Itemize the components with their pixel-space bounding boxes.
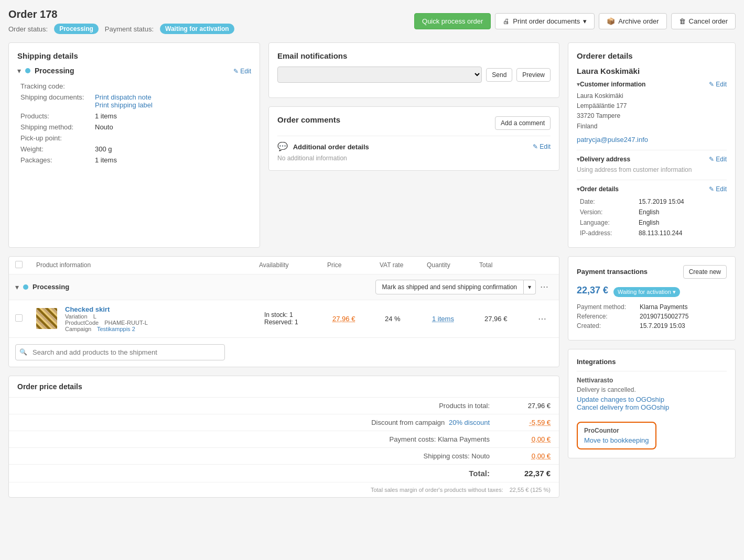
nettivarasto-block: Nettivarasto Delivery is cancelled. Upda… [577,377,727,411]
margin-value: 22,55 € (125 %) [510,487,551,493]
customer-info-block: ▾ Customer information ✎ Edit Laura Kosk… [577,81,727,144]
product-search-input[interactable] [15,344,225,360]
preview-button[interactable]: Preview [516,68,551,82]
customer-edit-link[interactable]: ✎ Edit [709,81,727,88]
orderer-name: Laura Koskimäki [577,67,727,75]
processing-collapse-btn[interactable]: ▾ [15,283,19,291]
margin-row: Total sales margin of order's products w… [9,482,559,497]
col-product: Product information [36,261,259,269]
campaign-label: Campaign [65,326,91,332]
edit-icon-2: ✎ [533,143,538,150]
delivery-edit-link[interactable]: ✎ Edit [709,156,727,163]
address-line2: Lempääläntie 177 [577,101,727,111]
email-row: Send Preview [277,67,551,83]
col-vat: VAT rate [380,261,427,269]
print-dispatch-link[interactable]: Print dispatch note [95,93,152,101]
additional-title: Additional order details [293,143,369,151]
processing-more-btn[interactable]: ⋯ [536,280,553,294]
archive-icon: 📦 [607,17,615,25]
create-new-button[interactable]: Create new [683,265,727,279]
payment-status-badge: Waiting for activation [160,24,234,34]
select-all-checkbox[interactable] [15,261,23,268]
quantity-link[interactable]: 1 items [432,315,454,323]
packages-label: Packages: [18,155,92,165]
mark-shipped-dropdown-btn[interactable]: ▾ [524,280,536,294]
cancel-order-button[interactable]: 🗑 Cancel order [671,13,736,29]
payment-header: Payment transactions Create new [577,265,727,279]
delivery-desc: Using address from customer information [577,166,727,173]
dropdown-icon: ▾ [673,289,676,295]
col-total: Total [479,261,526,269]
tracking-row: Tracking code: [18,81,250,91]
processing-dot [23,284,28,290]
address-line3: 33720 Tampere [577,111,727,121]
margin-label: Total sales margin of order's products w… [371,487,503,493]
integrations-title: Integrations [577,358,616,366]
address-line1: Laura Koskimäki [577,91,727,101]
product-checkbox[interactable] [15,314,23,322]
shipping-title: Shipping details [17,51,251,60]
product-info: Checked skirt Variation L ProductCode PH… [65,305,264,332]
products-label: Products: [18,111,92,121]
comment-icon: 💬 [277,142,288,151]
cancel-ogoship-link[interactable]: Cancel delivery from OGOship [577,403,669,411]
send-button[interactable]: Send [486,68,512,82]
mark-shipped-button[interactable]: Mark as shipped and send shipping confir… [375,280,524,294]
order-details-block: ▾ Order details ✎ Edit Date: 15.7.2019 1… [577,185,727,239]
header-buttons: Quick process order 🖨 Print order docume… [414,13,736,29]
products-value: 1 items [93,111,250,121]
table-header: Product information Availability Price V… [9,257,559,274]
bookkeeping-link[interactable]: Move to bookkeeping [584,436,649,444]
discount-value: -5,59 € [498,419,551,426]
pickup-value [93,133,250,143]
discount-campaign-link[interactable]: 20% discount [449,419,490,426]
archive-order-button[interactable]: 📦 Archive order [599,13,666,29]
edit-icon-4: ✎ [709,156,714,163]
quick-process-button[interactable]: Quick process order [414,13,491,29]
products-row: Products: 1 items [18,111,250,121]
total-row: Total: 22,37 € [9,465,559,482]
email-template-select[interactable] [277,67,482,83]
additional-edit-link[interactable]: ✎ Edit [533,143,551,150]
shipping-edit-link[interactable]: ✎ Edit [233,68,251,75]
campaign-link[interactable]: Testikamppis 2 [97,326,135,332]
customer-address: Laura Koskimäki Lempääläntie 177 33720 T… [577,91,727,131]
product-code-label: ProductCode [65,320,99,326]
product-meta: Variation L [65,313,264,320]
print-order-button[interactable]: 🖨 Print order documents ▾ [495,13,595,29]
shipping-costs-label: Shipping costs: Nouto [424,452,490,460]
payment-status-dropdown[interactable]: Waiting for activation ▾ [613,287,680,297]
col-quantity: Quantity [427,261,479,269]
product-more-btn[interactable]: ⋯ [532,312,553,326]
date-value: 15.7.2019 15:04 [637,197,726,206]
order-details-edit-link[interactable]: ✎ Edit [709,185,727,193]
variation-value: L [93,313,96,320]
shipping-costs-value: 0,00 € [498,452,551,460]
in-stock-text: In stock: 1 [264,311,332,319]
print-label-link[interactable]: Print shipping label [95,101,153,109]
weight-row: Weight: 300 g [18,144,250,154]
discount-label: Discount from campaign 20% discount [371,419,490,426]
payment-status-label: Payment status: [105,25,154,33]
method-value: Klarna Payments [640,303,687,311]
packages-value: 1 items [93,155,250,165]
edit-icon-5: ✎ [709,185,714,193]
trash-icon: 🗑 [679,17,686,25]
payment-costs-label: Payment costs: Klarna Payments [390,435,490,443]
weight-value: 300 g [93,144,250,154]
add-comment-button[interactable]: Add a comment [495,116,551,130]
orderer-title: Orderer details [577,51,727,60]
delivery-address-block: ▾ Delivery address ✎ Edit Using address … [577,156,727,173]
product-name[interactable]: Checked skirt [65,305,264,313]
shipping-costs-row: Shipping costs: Nouto 0,00 € [9,448,559,465]
shipping-collapse-btn[interactable]: ▾ [17,67,21,75]
address-line4: Finland [577,122,727,131]
customer-email-link[interactable]: patrycja@pulse247.info [577,136,648,144]
reference-label: Reference: [577,313,640,320]
price-link[interactable]: 27,96 € [332,315,355,323]
update-ogoship-link[interactable]: Update changes to OGOship [577,396,664,403]
shipping-status-header: ▾ Processing ✎ Edit [17,67,251,75]
tracking-value [93,81,250,91]
ip-label: IP-address: [578,228,635,238]
shipping-status-label: Processing [35,67,74,75]
